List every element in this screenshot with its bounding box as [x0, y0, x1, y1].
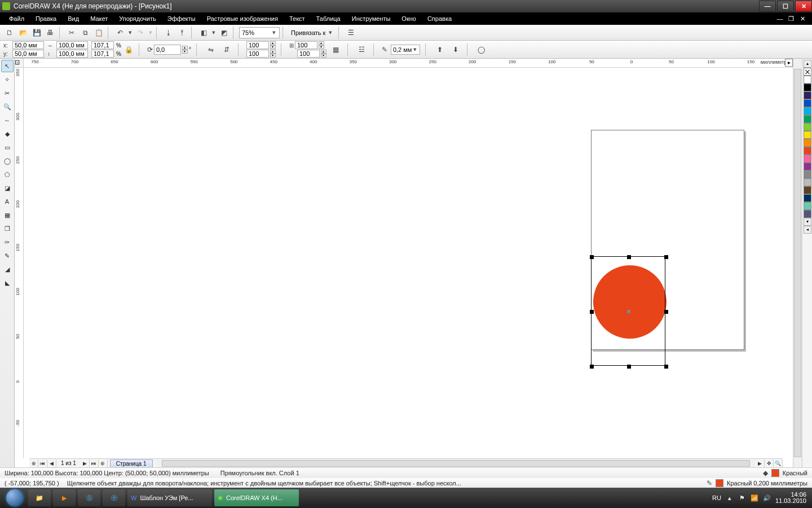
- selection-handle[interactable]: [627, 255, 631, 259]
- scale-x-field[interactable]: 107,1: [91, 41, 114, 49]
- drawing-canvas[interactable]: ×: [24, 68, 793, 458]
- save-button[interactable]: 💾: [30, 27, 43, 39]
- open-button[interactable]: 📂: [17, 27, 29, 39]
- color-swatch[interactable]: [804, 202, 811, 210]
- taskbar-media[interactable]: ▶: [53, 489, 76, 506]
- welcome-button[interactable]: ◩: [218, 27, 230, 39]
- outline-tool[interactable]: ✎: [1, 249, 14, 262]
- color-swatch[interactable]: [804, 139, 811, 147]
- menu-tools[interactable]: Инструменты: [346, 14, 396, 24]
- taskbar-explorer[interactable]: 📁: [28, 489, 51, 506]
- tray-flag-icon[interactable]: ⚑: [738, 494, 746, 502]
- horizontal-scrollbar[interactable]: [156, 459, 756, 467]
- rotation-spinner[interactable]: ▴▾: [182, 46, 188, 54]
- undo-button[interactable]: ↶: [114, 27, 126, 39]
- page-tab[interactable]: Страница 1: [110, 459, 153, 467]
- dup-x-spinner[interactable]: ▴▾: [270, 41, 276, 49]
- x-position-field[interactable]: 50,0 мм: [12, 41, 44, 49]
- mdi-minimize-button[interactable]: —: [776, 15, 784, 23]
- window-minimize-button[interactable]: —: [759, 1, 776, 12]
- menu-file[interactable]: Файл: [3, 14, 30, 24]
- ruler-expand-button[interactable]: ▸: [785, 59, 793, 67]
- menu-help[interactable]: Справка: [422, 14, 457, 24]
- outline-color-swatch[interactable]: [716, 479, 723, 487]
- color-swatch[interactable]: [804, 131, 811, 139]
- y-position-field[interactable]: 50,0 мм: [12, 50, 44, 58]
- eyedropper-tool[interactable]: ✑: [1, 236, 14, 248]
- selection-handle[interactable]: [627, 365, 631, 369]
- palette-flyout-button[interactable]: ◂: [804, 226, 811, 234]
- scroll-right-button[interactable]: ▶: [756, 459, 765, 467]
- selection-bounding-box[interactable]: ×: [591, 256, 665, 366]
- last-page-button[interactable]: ⏭: [90, 459, 99, 467]
- wrap-text-button[interactable]: ☳: [356, 43, 368, 56]
- add-page-after-button[interactable]: ⊕: [99, 459, 108, 467]
- cut-button[interactable]: ✂: [65, 27, 78, 39]
- redo-dropdown[interactable]: ▾: [148, 29, 153, 36]
- mirror-h-button[interactable]: ⇋: [205, 43, 217, 56]
- color-swatch[interactable]: [804, 76, 811, 84]
- selection-handle[interactable]: [590, 255, 594, 259]
- menu-text[interactable]: Текст: [284, 14, 311, 24]
- export-button[interactable]: ⭱: [176, 27, 188, 39]
- menu-table[interactable]: Таблица: [311, 14, 346, 24]
- dup-y-field[interactable]: 100: [246, 50, 269, 58]
- interactive-fill-tool[interactable]: ◣: [1, 277, 14, 289]
- import-button[interactable]: ⭳: [162, 27, 175, 39]
- app-launcher-button[interactable]: ◧: [197, 27, 210, 39]
- crop-tool[interactable]: ✂: [1, 87, 14, 99]
- no-color-swatch[interactable]: [804, 68, 811, 76]
- undo-dropdown[interactable]: ▾: [127, 29, 133, 36]
- table-tool[interactable]: ▦: [1, 209, 14, 221]
- vertical-ruler[interactable]: 350300250200150100500-50: [15, 68, 24, 458]
- input-language[interactable]: RU: [712, 494, 721, 501]
- mdi-restore-button[interactable]: ❐: [787, 15, 795, 23]
- fill-tool[interactable]: ◢: [1, 263, 14, 275]
- interactive-tool[interactable]: ❐: [1, 222, 14, 235]
- color-swatch[interactable]: [804, 147, 811, 155]
- next-page-button[interactable]: ▶: [81, 459, 90, 467]
- units-button[interactable]: ▦: [330, 43, 342, 56]
- menu-effects[interactable]: Эффекты: [162, 14, 201, 24]
- polygon-tool[interactable]: ⬠: [1, 168, 14, 181]
- menu-arrange[interactable]: Упорядочить: [113, 14, 161, 24]
- fill-color-swatch[interactable]: [771, 469, 779, 477]
- print-button[interactable]: 🖶: [44, 27, 56, 39]
- nudge-x-field[interactable]: 100: [295, 41, 317, 49]
- nudge-y-field[interactable]: 100: [297, 50, 320, 58]
- selection-handle[interactable]: [664, 310, 668, 314]
- paste-button[interactable]: 📋: [92, 27, 105, 39]
- snap-dropdown[interactable]: ▾: [328, 29, 333, 36]
- color-swatch[interactable]: [804, 107, 811, 115]
- scale-y-field[interactable]: 107,1: [91, 50, 114, 58]
- menu-layout[interactable]: Макет: [85, 14, 113, 24]
- redo-button[interactable]: ↷: [134, 27, 147, 39]
- window-maximize-button[interactable]: ☐: [777, 1, 794, 12]
- start-button[interactable]: [2, 489, 27, 507]
- first-page-button[interactable]: ⏮: [38, 459, 47, 467]
- new-button[interactable]: 🗋: [3, 27, 16, 39]
- color-swatch[interactable]: [804, 99, 811, 107]
- selection-handle[interactable]: [590, 310, 594, 314]
- selection-handle[interactable]: [664, 365, 668, 369]
- smart-fill-tool[interactable]: ◆: [1, 128, 14, 140]
- palette-scroll-up[interactable]: ▴: [804, 60, 811, 68]
- rotation-field[interactable]: 0,0: [154, 45, 181, 55]
- dup-y-spinner[interactable]: ▴▾: [270, 50, 276, 58]
- width-field[interactable]: 100,0 мм: [56, 41, 88, 49]
- window-close-button[interactable]: ✕: [795, 1, 812, 12]
- rectangle-tool[interactable]: ▭: [1, 141, 14, 154]
- prev-page-button[interactable]: ◀: [47, 459, 56, 467]
- tray-network-icon[interactable]: 📶: [751, 494, 758, 502]
- menu-window[interactable]: Окно: [396, 14, 422, 24]
- zoom-level-select[interactable]: 75%▾: [239, 27, 280, 38]
- zoom-fit-button[interactable]: 🔍: [774, 459, 783, 467]
- dup-x-field[interactable]: 100: [246, 41, 269, 49]
- copy-button[interactable]: ⧉: [79, 27, 91, 39]
- selection-handle[interactable]: [664, 255, 668, 259]
- pick-tool[interactable]: ↖: [1, 60, 14, 72]
- color-swatch[interactable]: [804, 115, 811, 123]
- vertical-scrollbar[interactable]: [793, 59, 802, 467]
- color-swatch[interactable]: [804, 84, 811, 91]
- color-swatch[interactable]: [804, 155, 811, 163]
